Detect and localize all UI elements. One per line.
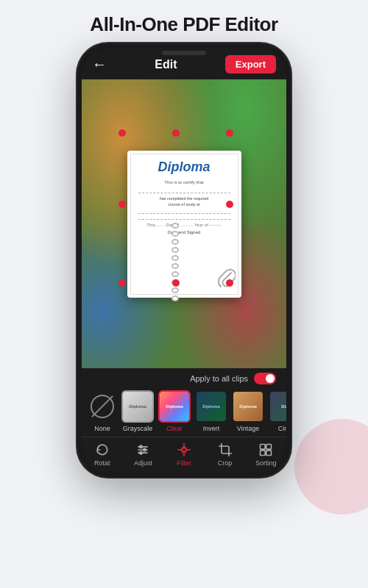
tool-rotate[interactable]: Rotat bbox=[86, 442, 118, 467]
crop-handle-mid-left[interactable] bbox=[118, 201, 126, 208]
crop-handle-mid-right[interactable] bbox=[226, 201, 233, 208]
crop-handle-top-left[interactable] bbox=[118, 129, 126, 137]
filter-invert-label: Invert bbox=[203, 425, 220, 432]
filter-strip: None Diploma Grayscale bbox=[82, 387, 286, 437]
svg-point-4 bbox=[144, 448, 146, 451]
tool-crop[interactable]: Crop bbox=[209, 442, 241, 467]
back-button[interactable]: ← bbox=[92, 56, 107, 73]
diploma-card: Diploma This is to certify that has comp… bbox=[127, 151, 241, 298]
export-button[interactable]: Export bbox=[225, 55, 276, 74]
crop-handle-bottom-right[interactable] bbox=[226, 279, 233, 287]
filter-cine-label: Cine bbox=[278, 425, 286, 432]
filter-cine[interactable]: Dip Cine bbox=[269, 390, 286, 432]
spiral-binding bbox=[171, 220, 180, 228]
crop-handle-top-mid[interactable] bbox=[172, 129, 180, 137]
tool-crop-label: Crop bbox=[218, 459, 233, 467]
filter-grayscale[interactable]: Diploma Grayscale bbox=[121, 390, 154, 432]
page-title: All-In-One PDF Editor bbox=[90, 0, 277, 43]
filter-invert[interactable]: Diploma Invert bbox=[195, 390, 227, 432]
diploma-name-line bbox=[138, 187, 230, 193]
filter-none-label: None bbox=[94, 425, 110, 432]
none-circle bbox=[91, 395, 114, 418]
filter-icon bbox=[176, 442, 192, 458]
canvas-area: Diploma This is to certify that has comp… bbox=[82, 79, 286, 368]
filter-vintage-thumb: Diploma bbox=[232, 390, 264, 423]
filter-clear-label: Clear bbox=[166, 425, 183, 432]
svg-rect-11 bbox=[266, 451, 272, 456]
diploma-title: Diploma bbox=[135, 159, 234, 175]
none-icon bbox=[88, 390, 117, 423]
adjust-icon bbox=[135, 442, 151, 458]
edit-title: Edit bbox=[155, 58, 177, 71]
tool-sorting-label: Sorting bbox=[255, 459, 277, 467]
phone-shell: ← Edit Export bbox=[77, 43, 291, 477]
filter-cine-thumb: Dip bbox=[269, 390, 286, 423]
tool-rotate-label: Rotat bbox=[94, 459, 110, 467]
filter-grayscale-label: Grayscale bbox=[123, 425, 153, 432]
crop-handle-bottom-left[interactable] bbox=[118, 279, 126, 287]
filter-vintage[interactable]: Diploma Vintage bbox=[232, 390, 264, 432]
tool-sorting[interactable]: Sorting bbox=[250, 442, 282, 467]
svg-point-3 bbox=[140, 445, 142, 448]
bottom-panel: Apply to all clips None bbox=[82, 368, 286, 473]
tool-adjust[interactable]: Adjust bbox=[127, 442, 159, 467]
diploma-school-line bbox=[138, 209, 230, 214]
svg-rect-8 bbox=[261, 445, 266, 450]
filter-grayscale-thumb: Diploma bbox=[121, 390, 154, 423]
filter-vintage-label: Vintage bbox=[237, 425, 259, 432]
crop-handle-bottom-mid[interactable] bbox=[172, 279, 180, 287]
crop-icon bbox=[217, 442, 233, 458]
phone-notch bbox=[162, 51, 206, 55]
bottom-toolbar: Rotat bbox=[82, 437, 286, 473]
tool-adjust-label: Adjust bbox=[134, 459, 152, 467]
tool-filter[interactable]: Filter bbox=[168, 442, 200, 467]
rotate-icon bbox=[94, 442, 110, 458]
diploma-school-line2 bbox=[138, 215, 230, 220]
diploma-certify-line: This is to certify that bbox=[135, 179, 234, 185]
filter-invert-thumb: Diploma bbox=[195, 390, 227, 423]
filter-clear-thumb: Diploma bbox=[158, 390, 191, 423]
svg-rect-9 bbox=[266, 445, 272, 450]
apply-row: Apply to all clips bbox=[82, 368, 286, 387]
diploma-signed: Date and Signed bbox=[135, 230, 234, 234]
diploma-date: This....... Day of ......... Year of ---… bbox=[135, 223, 234, 227]
apply-toggle[interactable] bbox=[254, 373, 276, 384]
filter-clear[interactable]: Diploma Clear bbox=[158, 390, 191, 432]
crop-handle-top-right[interactable] bbox=[226, 129, 233, 137]
svg-point-5 bbox=[140, 452, 142, 454]
diploma-body-text: has completed the required course of stu… bbox=[135, 196, 234, 208]
apply-label: Apply to all clips bbox=[190, 374, 248, 383]
deco-circle bbox=[294, 419, 368, 514]
svg-rect-10 bbox=[261, 451, 266, 456]
tool-filter-label: Filter bbox=[177, 459, 191, 467]
phone-screen: ← Edit Export bbox=[82, 48, 286, 473]
phone-mockup: ← Edit Export bbox=[77, 43, 291, 477]
filter-none[interactable]: None bbox=[88, 390, 117, 432]
sorting-icon bbox=[258, 442, 274, 458]
